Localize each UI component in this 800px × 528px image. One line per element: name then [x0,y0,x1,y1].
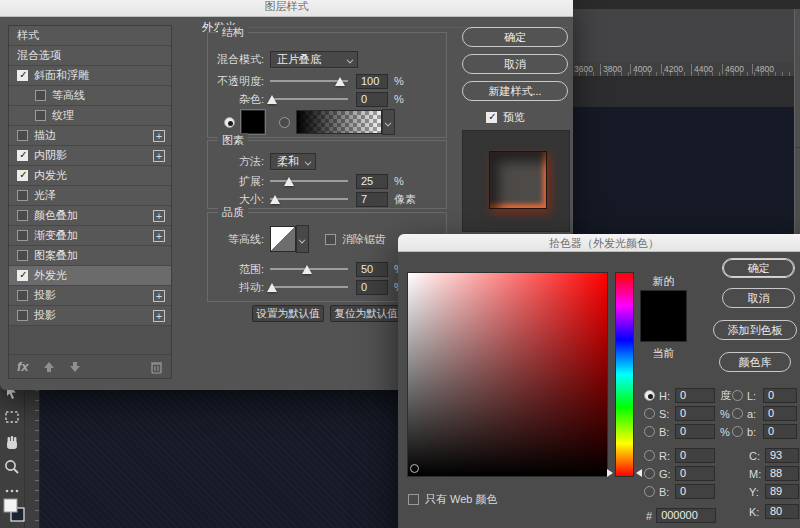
b-input[interactable]: 0 [675,424,715,439]
zoom-tool-icon[interactable] [3,458,21,476]
style-item-contour[interactable]: 等高线 [9,86,171,106]
style-item-stroke[interactable]: 描边 [9,126,171,146]
ok-button[interactable]: 确定 [722,258,795,278]
slider-thumb[interactable] [267,283,277,292]
noise-slider[interactable] [270,98,348,100]
spread-input[interactable]: 25 [356,174,388,189]
reset-default-button[interactable]: 复位为默认值 [330,305,402,322]
checkbox[interactable] [17,230,28,241]
style-item-inner-glow[interactable]: 内发光 [9,166,171,186]
slider-thumb[interactable] [284,177,294,186]
jitter-slider[interactable] [270,286,348,288]
l-input[interactable]: 0 [763,388,797,403]
a-input[interactable]: 0 [763,406,797,421]
slider-thumb[interactable] [270,195,280,204]
b-lab-input[interactable]: 0 [763,424,797,439]
add-instance-icon[interactable] [153,130,165,142]
saturation-brightness-field[interactable] [407,272,608,477]
checkbox[interactable] [17,190,28,201]
style-item-pattern-overlay[interactable]: 图案叠加 [9,246,171,266]
b-lab-radio[interactable] [732,426,743,437]
jitter-input[interactable]: 0 [356,280,388,295]
gradient-radio[interactable] [279,117,290,128]
marquee-tool-icon[interactable] [3,408,21,426]
g-input[interactable]: 0 [675,466,715,481]
hand-tool-icon[interactable] [3,434,21,452]
m-input[interactable]: 88 [765,466,799,481]
spread-slider[interactable] [270,180,348,182]
opacity-slider[interactable] [270,80,348,82]
h-input[interactable]: 0 [675,388,715,403]
hex-input[interactable]: 000000 [656,508,716,523]
s-input[interactable]: 0 [675,406,715,421]
checkbox[interactable] [17,150,28,161]
style-item-gradient-overlay[interactable]: 渐变叠加 [9,226,171,246]
checkbox[interactable] [17,70,28,81]
cancel-button[interactable]: 取消 [462,54,568,74]
move-up-icon[interactable] [43,361,55,373]
gradient-picker-button[interactable] [382,109,395,135]
a-radio[interactable] [732,408,743,419]
add-instance-icon[interactable] [153,290,165,302]
add-instance-icon[interactable] [153,230,165,242]
s-radio[interactable] [644,408,655,419]
c-input[interactable]: 93 [765,448,799,463]
style-item-color-overlay[interactable]: 颜色叠加 [9,206,171,226]
solid-color-radio[interactable] [224,117,235,128]
contour-picker-button[interactable] [296,225,309,253]
style-item-texture[interactable]: 纹理 [9,106,171,126]
fx-icon[interactable]: fx [17,359,29,374]
style-item-drop-shadow-2[interactable]: 投影 [9,306,171,326]
color-field-marker[interactable] [410,464,419,473]
style-item-drop-shadow[interactable]: 投影 [9,286,171,306]
range-input[interactable]: 50 [356,262,388,277]
size-input[interactable]: 7 [356,192,388,207]
ok-button[interactable]: 确定 [462,27,568,47]
delete-icon[interactable] [150,360,163,374]
style-item-styles[interactable]: 样式 [9,26,171,46]
g-radio[interactable] [644,468,655,479]
checkbox[interactable] [17,170,28,181]
slider-thumb[interactable] [267,95,277,104]
checkbox[interactable] [17,130,28,141]
hue-slider[interactable] [615,272,634,477]
web-colors-checkbox[interactable] [408,494,419,505]
checkbox[interactable] [17,310,28,321]
contour-swatch[interactable] [270,226,296,252]
set-default-button[interactable]: 设置为默认值 [252,305,324,322]
checkbox[interactable] [17,270,28,281]
dialog-title[interactable]: 图层样式 [0,0,573,17]
b-rgb-input[interactable]: 0 [675,484,715,499]
style-item-inner-shadow[interactable]: 内阴影 [9,146,171,166]
foreground-background-swatches[interactable] [3,498,21,526]
style-item-bevel-emboss[interactable]: 斜面和浮雕 [9,66,171,86]
add-to-swatches-button[interactable]: 添加到色板 [713,320,797,340]
slider-thumb[interactable] [335,77,345,86]
technique-select[interactable]: 柔和 [270,153,316,170]
noise-input[interactable]: 0 [356,92,388,107]
gradient-swatch[interactable] [296,110,382,134]
checkbox[interactable] [35,90,46,101]
glow-color-swatch[interactable] [241,110,265,134]
checkbox[interactable] [17,290,28,301]
add-instance-icon[interactable] [153,150,165,162]
k-input[interactable]: 80 [765,504,799,519]
checkbox[interactable] [17,210,28,221]
size-slider[interactable] [270,198,348,200]
y-input[interactable]: 89 [765,484,799,499]
b-radio[interactable] [644,426,655,437]
antialias-checkbox[interactable] [325,234,336,245]
color-libraries-button[interactable]: 颜色库 [719,352,791,372]
dialog-title[interactable]: 拾色器（外发光颜色） [398,234,800,252]
l-radio[interactable] [732,390,743,401]
h-radio[interactable] [644,390,655,401]
checkbox[interactable] [35,110,46,121]
style-item-outer-glow[interactable]: 外发光 [9,266,171,286]
opacity-input[interactable]: 100 [356,74,388,89]
move-down-icon[interactable] [69,361,81,373]
r-input[interactable]: 0 [675,448,715,463]
checkbox[interactable] [17,250,28,261]
add-instance-icon[interactable] [153,210,165,222]
new-style-button[interactable]: 新建样式... [462,81,568,101]
hue-slider-left-arrow[interactable] [607,469,613,477]
